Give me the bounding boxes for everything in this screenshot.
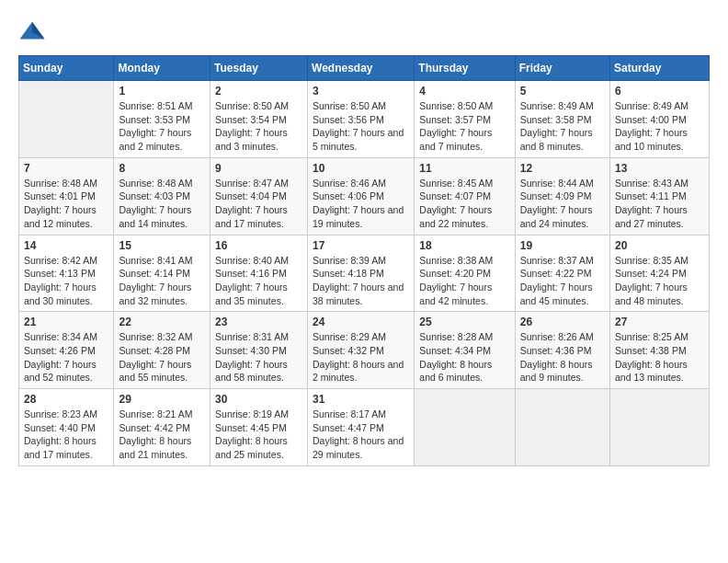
day-number: 8 (119, 162, 205, 175)
cell-details: Sunrise: 8:43 AMSunset: 4:11 PMDaylight:… (615, 177, 704, 231)
cell-details: Sunrise: 8:28 AMSunset: 4:34 PMDaylight:… (419, 330, 509, 385)
calendar-cell: 2Sunrise: 8:50 AMSunset: 3:54 PMDaylight… (210, 81, 308, 158)
cell-details: Sunrise: 8:50 AMSunset: 3:54 PMDaylight:… (215, 99, 302, 154)
day-number: 4 (419, 85, 509, 98)
calendar-week-row: 1Sunrise: 8:51 AMSunset: 3:53 PMDaylight… (19, 81, 710, 158)
calendar-cell: 8Sunrise: 8:48 AMSunset: 4:03 PMDaylight… (114, 157, 210, 235)
day-number: 26 (520, 316, 605, 328)
day-number: 14 (24, 239, 108, 252)
cell-details: Sunrise: 8:51 AMSunset: 3:53 PMDaylight:… (119, 99, 205, 154)
day-number: 15 (119, 239, 205, 252)
calendar-cell: 16Sunrise: 8:40 AMSunset: 4:16 PMDayligh… (210, 235, 308, 312)
day-number: 31 (313, 393, 409, 406)
cell-details: Sunrise: 8:21 AMSunset: 4:42 PMDaylight:… (119, 408, 205, 462)
calendar-cell: 27Sunrise: 8:25 AMSunset: 4:38 PMDayligh… (610, 312, 710, 389)
day-number: 16 (215, 239, 302, 252)
column-header-thursday: Thursday (415, 56, 515, 81)
calendar-cell: 10Sunrise: 8:46 AMSunset: 4:06 PMDayligh… (308, 157, 415, 235)
day-number: 17 (313, 239, 409, 252)
logo (18, 18, 50, 46)
calendar-week-row: 7Sunrise: 8:48 AMSunset: 4:01 PMDaylight… (19, 157, 710, 235)
calendar-week-row: 28Sunrise: 8:23 AMSunset: 4:40 PMDayligh… (19, 389, 710, 466)
calendar-cell: 26Sunrise: 8:26 AMSunset: 4:36 PMDayligh… (515, 312, 609, 389)
cell-details: Sunrise: 8:17 AMSunset: 4:47 PMDaylight:… (313, 408, 409, 462)
calendar-cell: 29Sunrise: 8:21 AMSunset: 4:42 PMDayligh… (114, 389, 210, 466)
day-number: 13 (615, 162, 704, 175)
calendar-cell: 14Sunrise: 8:42 AMSunset: 4:13 PMDayligh… (19, 235, 114, 312)
day-number: 18 (419, 239, 509, 252)
cell-details: Sunrise: 8:34 AMSunset: 4:26 PMDaylight:… (24, 330, 108, 385)
cell-details: Sunrise: 8:47 AMSunset: 4:04 PMDaylight:… (215, 177, 302, 231)
calendar-cell (610, 389, 710, 466)
calendar-cell (515, 389, 609, 466)
cell-details: Sunrise: 8:40 AMSunset: 4:16 PMDaylight:… (215, 254, 302, 308)
calendar-week-row: 14Sunrise: 8:42 AMSunset: 4:13 PMDayligh… (19, 235, 710, 312)
column-header-tuesday: Tuesday (210, 56, 308, 81)
cell-details: Sunrise: 8:50 AMSunset: 3:56 PMDaylight:… (313, 99, 409, 154)
cell-details: Sunrise: 8:48 AMSunset: 4:03 PMDaylight:… (119, 177, 205, 231)
cell-details: Sunrise: 8:25 AMSunset: 4:38 PMDaylight:… (615, 330, 704, 385)
calendar-cell: 13Sunrise: 8:43 AMSunset: 4:11 PMDayligh… (610, 157, 710, 235)
column-header-saturday: Saturday (610, 56, 710, 81)
day-number: 23 (215, 316, 302, 328)
cell-details: Sunrise: 8:37 AMSunset: 4:22 PMDaylight:… (520, 254, 605, 308)
cell-details: Sunrise: 8:45 AMSunset: 4:07 PMDaylight:… (419, 177, 509, 231)
calendar-header-row: SundayMondayTuesdayWednesdayThursdayFrid… (19, 56, 710, 81)
day-number: 11 (419, 162, 509, 175)
day-number: 21 (24, 316, 108, 328)
cell-details: Sunrise: 8:19 AMSunset: 4:45 PMDaylight:… (215, 408, 302, 462)
calendar-cell: 24Sunrise: 8:29 AMSunset: 4:32 PMDayligh… (308, 312, 415, 389)
column-header-sunday: Sunday (19, 56, 114, 81)
calendar-cell: 28Sunrise: 8:23 AMSunset: 4:40 PMDayligh… (19, 389, 114, 466)
day-number: 22 (119, 316, 205, 328)
cell-details: Sunrise: 8:46 AMSunset: 4:06 PMDaylight:… (313, 177, 409, 231)
day-number: 30 (215, 393, 302, 406)
calendar-cell: 5Sunrise: 8:49 AMSunset: 3:58 PMDaylight… (515, 81, 609, 158)
day-number: 28 (24, 393, 108, 406)
calendar-cell: 19Sunrise: 8:37 AMSunset: 4:22 PMDayligh… (515, 235, 609, 312)
cell-details: Sunrise: 8:49 AMSunset: 3:58 PMDaylight:… (520, 99, 605, 154)
calendar-cell (415, 389, 515, 466)
cell-details: Sunrise: 8:26 AMSunset: 4:36 PMDaylight:… (520, 330, 605, 385)
day-number: 5 (520, 85, 605, 98)
calendar-week-row: 21Sunrise: 8:34 AMSunset: 4:26 PMDayligh… (19, 312, 710, 389)
calendar-cell: 20Sunrise: 8:35 AMSunset: 4:24 PMDayligh… (610, 235, 710, 312)
calendar-table: SundayMondayTuesdayWednesdayThursdayFrid… (18, 55, 710, 466)
calendar-cell (19, 81, 114, 158)
calendar-cell: 17Sunrise: 8:39 AMSunset: 4:18 PMDayligh… (308, 235, 415, 312)
calendar-cell: 31Sunrise: 8:17 AMSunset: 4:47 PMDayligh… (308, 389, 415, 466)
day-number: 29 (119, 393, 205, 406)
calendar-cell: 30Sunrise: 8:19 AMSunset: 4:45 PMDayligh… (210, 389, 308, 466)
cell-details: Sunrise: 8:23 AMSunset: 4:40 PMDaylight:… (24, 408, 108, 462)
column-header-wednesday: Wednesday (308, 56, 415, 81)
cell-details: Sunrise: 8:38 AMSunset: 4:20 PMDaylight:… (419, 254, 509, 308)
cell-details: Sunrise: 8:44 AMSunset: 4:09 PMDaylight:… (520, 177, 605, 231)
cell-details: Sunrise: 8:39 AMSunset: 4:18 PMDaylight:… (313, 254, 409, 308)
page-header (18, 18, 710, 46)
calendar-cell: 7Sunrise: 8:48 AMSunset: 4:01 PMDaylight… (19, 157, 114, 235)
cell-details: Sunrise: 8:50 AMSunset: 3:57 PMDaylight:… (419, 99, 509, 154)
cell-details: Sunrise: 8:35 AMSunset: 4:24 PMDaylight:… (615, 254, 704, 308)
day-number: 1 (119, 85, 205, 98)
day-number: 7 (24, 162, 108, 175)
day-number: 6 (615, 85, 704, 98)
calendar-cell: 4Sunrise: 8:50 AMSunset: 3:57 PMDaylight… (415, 81, 515, 158)
calendar-cell: 1Sunrise: 8:51 AMSunset: 3:53 PMDaylight… (114, 81, 210, 158)
day-number: 19 (520, 239, 605, 252)
calendar-cell: 21Sunrise: 8:34 AMSunset: 4:26 PMDayligh… (19, 312, 114, 389)
cell-details: Sunrise: 8:42 AMSunset: 4:13 PMDaylight:… (24, 254, 108, 308)
calendar-cell: 18Sunrise: 8:38 AMSunset: 4:20 PMDayligh… (415, 235, 515, 312)
column-header-friday: Friday (515, 56, 609, 81)
day-number: 25 (419, 316, 509, 328)
column-header-monday: Monday (114, 56, 210, 81)
day-number: 3 (313, 85, 409, 98)
day-number: 10 (313, 162, 409, 175)
calendar-cell: 9Sunrise: 8:47 AMSunset: 4:04 PMDaylight… (210, 157, 308, 235)
calendar-cell: 6Sunrise: 8:49 AMSunset: 4:00 PMDaylight… (610, 81, 710, 158)
calendar-cell: 12Sunrise: 8:44 AMSunset: 4:09 PMDayligh… (515, 157, 609, 235)
cell-details: Sunrise: 8:29 AMSunset: 4:32 PMDaylight:… (313, 330, 409, 385)
calendar-cell: 15Sunrise: 8:41 AMSunset: 4:14 PMDayligh… (114, 235, 210, 312)
day-number: 27 (615, 316, 704, 328)
day-number: 20 (615, 239, 704, 252)
day-number: 9 (215, 162, 302, 175)
